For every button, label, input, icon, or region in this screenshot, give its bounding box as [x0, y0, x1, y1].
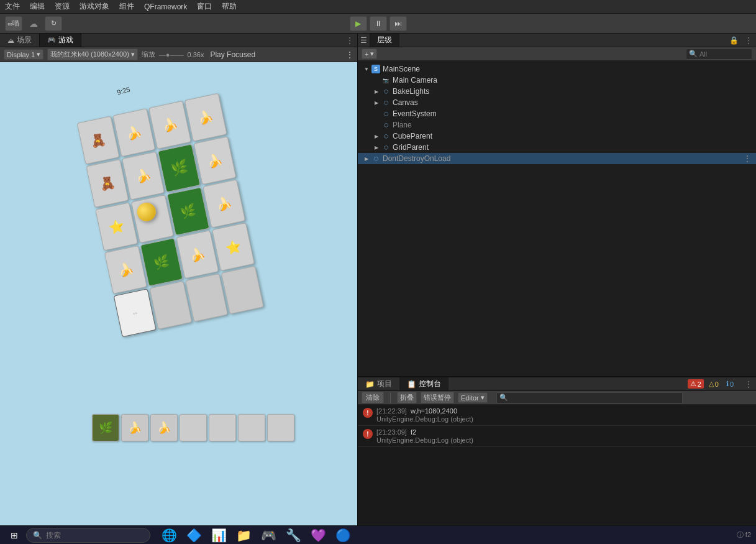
- hierarchy-plane[interactable]: ⬡ Plane: [358, 119, 756, 131]
- lock-icon[interactable]: 🔒: [727, 36, 741, 45]
- taskbar-unity[interactable]: 🎮: [257, 527, 280, 544]
- console-entry-2[interactable]: ! [21:23:09] f2 UnityEngine.Debug:Log (o…: [358, 426, 756, 447]
- hierarchy-main-camera[interactable]: 📷 Main Camera: [358, 75, 756, 86]
- hierarchy-main-scene[interactable]: ▼ S MainScene: [358, 63, 756, 75]
- hierarchy-cubeparent[interactable]: ▶ ⬡ CubeParent: [358, 131, 756, 142]
- menu-window[interactable]: 窗口: [197, 1, 212, 12]
- bottom-tile-3[interactable]: 🍌: [150, 414, 178, 441]
- main-camera-label: Main Camera: [393, 76, 437, 85]
- play-button[interactable]: ▶: [350, 16, 367, 31]
- error-count: 2: [698, 380, 701, 388]
- hierarchy-dontdestroy[interactable]: ▶ ⬡ DontDestroyOnLoad ⋮: [358, 153, 756, 164]
- pause-button[interactable]: ⏸: [370, 16, 387, 31]
- taskbar-chrome[interactable]: 🌐: [158, 527, 180, 544]
- resolution-dropdown[interactable]: 我的红米k40 (1080x2400) ▾: [47, 48, 138, 60]
- menu-help[interactable]: 帮助: [222, 1, 237, 12]
- hierarchy-bakelights[interactable]: ▶ ⬡ BakeLights: [358, 86, 756, 97]
- play-focused-label: Play Focused: [210, 50, 255, 59]
- tile-row3-col3[interactable]: 🌿: [166, 187, 209, 236]
- scale-slider[interactable]: —●——: [159, 51, 184, 58]
- menu-component[interactable]: 组件: [119, 1, 134, 12]
- console-time-2: [21:23:09]: [376, 428, 407, 436]
- tile-row5-col3[interactable]: [185, 274, 228, 322]
- tile-row2-col3[interactable]: 🌿: [157, 144, 200, 192]
- tile-row3-col4[interactable]: 🍌: [203, 180, 245, 228]
- refresh-btn[interactable]: ↻: [45, 16, 62, 31]
- cloud-btn[interactable]: ☁: [25, 16, 42, 31]
- tile-row3-col1[interactable]: ⭐: [95, 202, 138, 251]
- dontdestroy-more[interactable]: ⋮: [744, 154, 751, 163]
- bottom-tile-1[interactable]: 🌿: [92, 414, 119, 441]
- hierarchy-more[interactable]: ⋮: [741, 36, 756, 45]
- taskbar-search[interactable]: 🔍: [26, 528, 150, 543]
- menu-gameobject[interactable]: 游戏对象: [80, 1, 109, 12]
- display-dropdown[interactable]: Display 1 ▾: [4, 49, 43, 60]
- menu-assets[interactable]: 资源: [55, 1, 70, 12]
- taskbar-search-input[interactable]: [46, 531, 133, 540]
- tile-row2-col1[interactable]: 🧸: [86, 159, 129, 208]
- tile-row1-col3[interactable]: 🍌: [148, 101, 191, 149]
- taskbar-apps: 🌐 🔷 📊 📁 🎮 🔧 💜 🔵: [158, 527, 354, 544]
- bottom-tile-6[interactable]: [238, 414, 265, 441]
- hierarchy-gridparent[interactable]: ▶ ⬡ GridParent: [358, 142, 756, 153]
- collapse-btn[interactable]: 折叠: [397, 392, 417, 403]
- taskbar-app2[interactable]: 🔧: [282, 527, 304, 544]
- clear-btn[interactable]: 清除: [362, 392, 384, 403]
- bottom-tile-5[interactable]: [209, 414, 236, 441]
- console-entry-1[interactable]: ! [21:22:39] w,h=1080,2400 UnityEngine.D…: [358, 405, 756, 426]
- info-count: 0: [730, 380, 734, 388]
- bottom-tile-7[interactable]: [267, 414, 294, 441]
- console-more[interactable]: ⋮: [741, 380, 756, 389]
- add-object-btn[interactable]: + ▾: [362, 48, 377, 59]
- bottom-tile-2[interactable]: 🍌: [121, 414, 148, 441]
- taskbar-excel[interactable]: 📊: [207, 527, 230, 544]
- taskbar-files[interactable]: 📁: [232, 527, 255, 544]
- account-btn[interactable]: ∞ 喵: [5, 16, 22, 31]
- menu-qframework[interactable]: QFramework: [144, 2, 187, 11]
- menu-file[interactable]: 文件: [5, 1, 20, 12]
- tile-row4-col1[interactable]: 🍌: [104, 246, 147, 294]
- right-panel: ☰ 层级 🔒 ⋮ + ▾ 🔍: [357, 34, 756, 525]
- hierarchy-eventsystem[interactable]: ⬡ EventSystem: [358, 108, 756, 119]
- taskbar-app3[interactable]: 💜: [307, 527, 329, 544]
- tile-row4-col3[interactable]: 🍌: [176, 230, 219, 279]
- console-search-input[interactable]: [510, 394, 680, 402]
- console-message-1: w,h=1080,2400: [411, 407, 457, 415]
- tile-row5-col2[interactable]: [149, 281, 192, 330]
- tab-game[interactable]: 🎮 游戏: [40, 34, 81, 47]
- taskbar-edge[interactable]: 🔷: [183, 527, 205, 544]
- tile-row1-col1[interactable]: 🧸: [76, 116, 119, 164]
- tile-row2-col2[interactable]: 🍌: [122, 152, 165, 200]
- tile-row1-col4[interactable]: 🍌: [184, 93, 227, 142]
- unity-icon: 🎮: [261, 528, 276, 543]
- tab-scene[interactable]: ⛰ 场景: [0, 34, 40, 47]
- tile-row4-col2[interactable]: 🌿: [140, 238, 183, 287]
- yellow-ball: [135, 201, 157, 223]
- step-button[interactable]: ⏭: [389, 16, 407, 31]
- hierarchy-canvas[interactable]: ▶ ⬡ Canvas: [358, 97, 756, 108]
- pause-errors-btn[interactable]: 错误暂停: [421, 392, 454, 403]
- console-search[interactable]: 🔍: [496, 392, 683, 403]
- tile-row3-col2[interactable]: [130, 195, 173, 243]
- tile-row4-col4[interactable]: ⭐: [212, 223, 255, 271]
- editor-dropdown[interactable]: Editor ▾: [458, 392, 488, 403]
- windows-button[interactable]: ⊞: [5, 526, 24, 545]
- tile-row5-col4[interactable]: [221, 265, 263, 314]
- scale-value: 0.36x: [187, 51, 204, 58]
- tab-console[interactable]: 📋 控制台: [399, 377, 449, 390]
- game-toolbar-more[interactable]: ⋮: [346, 50, 353, 59]
- menu-edit[interactable]: 编辑: [30, 1, 45, 12]
- search-icon: 🔍: [689, 50, 698, 58]
- taskbar-app4[interactable]: 🔵: [332, 527, 354, 544]
- panel-more-btn[interactable]: ⋮: [342, 36, 357, 45]
- tab-hierarchy[interactable]: 层级: [370, 34, 399, 47]
- search-input[interactable]: [699, 50, 749, 58]
- console-search-icon: 🔍: [499, 394, 508, 402]
- tile-row2-col4[interactable]: 🍌: [193, 136, 236, 185]
- tile-row5-col1[interactable]: ▪▪: [113, 288, 156, 337]
- tab-project[interactable]: 📁 项目: [358, 377, 399, 390]
- bottom-tile-4[interactable]: [180, 414, 207, 441]
- tile-row1-col2[interactable]: 🍌: [112, 108, 155, 157]
- excel-icon: 📊: [211, 528, 227, 543]
- hierarchy-search[interactable]: 🔍: [686, 48, 752, 60]
